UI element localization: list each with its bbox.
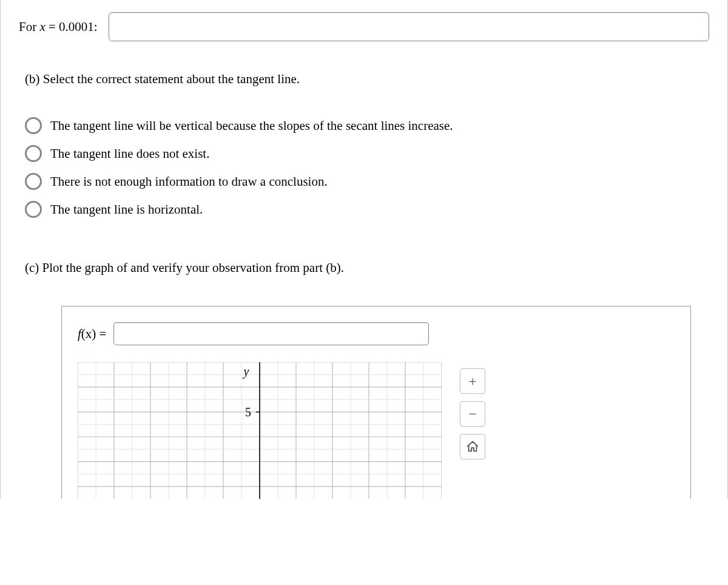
radio-circle-icon — [25, 117, 42, 134]
plus-icon: + — [468, 373, 477, 390]
part-a-row: For x = 0.0001: — [1, 0, 727, 59]
radio-circle-icon — [25, 173, 42, 190]
minus-icon: − — [468, 406, 477, 422]
radio-label: The tangent line does not exist. — [50, 146, 209, 161]
home-icon — [466, 440, 479, 453]
radio-option-3[interactable]: There is not enough information to draw … — [25, 173, 709, 190]
zoom-controls: + − — [460, 368, 485, 459]
part-b-section: (b) Select the correct statement about t… — [1, 59, 727, 242]
home-button[interactable] — [460, 434, 485, 459]
radio-circle-icon — [25, 201, 42, 218]
radio-label: The tangent line is horizontal. — [50, 202, 203, 217]
radio-circle-icon — [25, 145, 42, 162]
part-b-prompt: (b) Select the correct statement about t… — [25, 72, 709, 87]
zoom-in-button[interactable]: + — [460, 368, 485, 394]
radio-option-2[interactable]: The tangent line does not exist. — [25, 145, 709, 162]
svg-text:5: 5 — [245, 405, 251, 419]
zoom-out-button[interactable]: − — [460, 401, 485, 427]
part-c-prompt: (c) Plot the graph of and verify your ob… — [25, 260, 709, 276]
radio-label: The tangent line will be vertical becaus… — [50, 118, 453, 134]
radio-option-1[interactable]: The tangent line will be vertical becaus… — [25, 117, 709, 134]
fx-input[interactable] — [113, 322, 429, 345]
part-a-input[interactable] — [109, 12, 709, 41]
graph-panel: f(x) = y5 + − — [61, 306, 691, 499]
part-a-label: For x = 0.0001: — [19, 19, 98, 35]
part-c-section: (c) Plot the graph of and verify your ob… — [1, 242, 727, 499]
svg-text:y: y — [243, 365, 249, 379]
fx-label: f(x) = — [78, 326, 106, 342]
graph-plot[interactable]: y5 — [78, 362, 442, 499]
radio-group: The tangent line will be vertical becaus… — [25, 117, 709, 218]
radio-option-4[interactable]: The tangent line is horizontal. — [25, 201, 709, 218]
fx-row: f(x) = — [78, 322, 675, 345]
radio-label: There is not enough information to draw … — [50, 174, 328, 189]
